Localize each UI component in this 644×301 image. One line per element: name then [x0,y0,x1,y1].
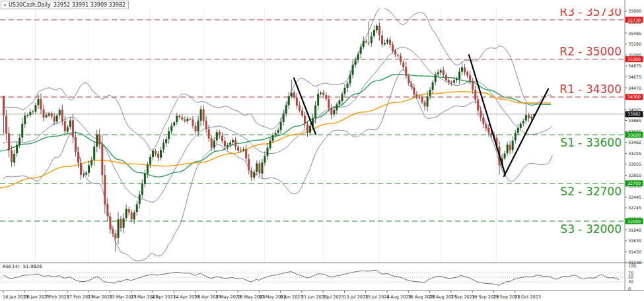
chart-ohlc-readout: 33952 33991 33909 33982 [54,2,125,8]
svg-text:0: 0 [628,286,631,291]
trendline-3[interactable] [504,89,548,176]
time-tick-label: 11 Oct 2023 [515,294,541,300]
svg-text:33055: 33055 [628,162,641,166]
svg-text:31430: 31430 [628,250,641,254]
svg-text:33865: 33865 [628,118,641,123]
time-tick-label: 3 Jul 2023 [322,294,344,300]
svg-text:33982: 33982 [627,112,641,116]
time-axis[interactable]: 16 Jan 202326 Jan 20237 Feb 202317 Feb 2… [3,291,541,300]
chart-symbol-period: US30Cash,Daily [9,2,51,8]
r1-level-label: R1 - 34300 [559,83,622,96]
svg-text:35000: 35000 [627,57,641,61]
svg-text:35890: 35890 [628,9,641,13]
svg-text:100: 100 [628,263,636,268]
svg-text:30: 30 [628,279,633,284]
svg-text:33460: 33460 [628,140,641,145]
bollinger-lower-band [3,69,552,261]
svg-text:35280: 35280 [628,42,641,46]
r2-level-label: R2 - 35000 [559,45,622,58]
ma-slow-line [0,92,551,187]
rsi-panel[interactable]: 1007050300 [0,263,636,291]
svg-text:32850: 32850 [628,173,641,178]
svg-text:34470: 34470 [628,86,641,90]
svg-text:32245: 32245 [628,205,641,210]
dropdown-triangle-icon[interactable]: ▾ [4,3,6,7]
chart-window: R3 - 35730R2 - 35000R1 - 34300S1 - 33600… [0,0,644,301]
time-tick-label: 13 Jul 2023 [343,294,368,300]
svg-text:31635: 31635 [628,238,641,243]
time-tick-label: 4 Apr 2023 [152,294,176,300]
svg-text:34875: 34875 [628,63,641,68]
svg-text:34675: 34675 [628,75,641,79]
time-tick-label: 7 Feb 2023 [46,294,69,300]
rsi-value: 51.9926 [23,264,42,269]
r3-level-label: R3 - 35730 [559,5,622,18]
svg-text:31840: 31840 [628,228,641,232]
svg-text:32700: 32700 [627,181,641,185]
svg-text:33600: 33600 [627,133,641,137]
rsi-indicator-label: RSI(14) 51.9926 [3,264,42,269]
time-tick-label: 9 Jun 2023 [280,294,303,300]
svg-text:32000: 32000 [627,219,641,224]
rsi-line [3,270,619,285]
s2-level-label: S2 - 32700 [560,185,622,198]
s3-level-label: S3 - 32000 [560,222,622,236]
rsi-name: RSI(14) [3,264,20,269]
price-chart-canvas[interactable]: R3 - 35730R2 - 35000R1 - 34300S1 - 33600… [0,0,644,301]
svg-text:35730: 35730 [627,18,641,22]
chart-title-bar[interactable]: ▾ US30Cash,Daily 33952 33991 33909 33982 [1,1,129,9]
svg-text:33255: 33255 [628,151,641,156]
main-chart-layer: R3 - 35730R2 - 35000R1 - 34300S1 - 33600… [0,5,625,262]
trendline-2[interactable] [469,55,505,175]
candlestick-series [3,22,535,252]
time-tick-label: 25 Jul 2023 [365,294,390,300]
svg-text:35485: 35485 [628,31,641,36]
s1-level-label: S1 - 33600 [560,136,622,149]
svg-text:34300: 34300 [627,94,641,99]
svg-text:32445: 32445 [628,195,641,199]
